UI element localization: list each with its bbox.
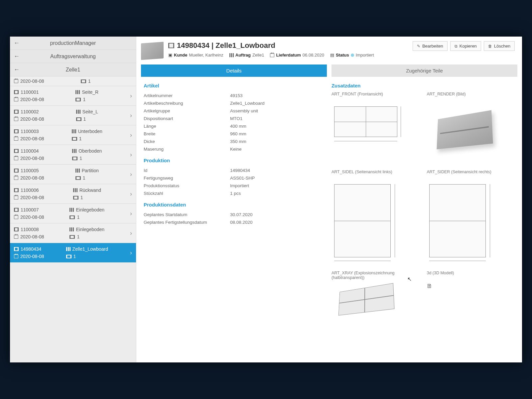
sidel-drawing <box>332 182 405 265</box>
item-date: 2020-08-08 <box>20 175 44 181</box>
view-front[interactable]: ART_FRONT (Frontansicht) <box>332 92 420 164</box>
item-name: Einlegeboden <box>76 207 104 212</box>
part-icon <box>75 90 80 94</box>
item-qty: 1 <box>77 234 79 239</box>
chevron-right-icon: › <box>130 112 132 119</box>
item-date: 2020-08-08 <box>20 254 44 259</box>
property-value: 08.08.2020 <box>230 220 318 225</box>
list-item[interactable]: 2020-08-08 1 <box>10 76 136 86</box>
item-date: 2020-08-08 <box>20 156 44 161</box>
meta-customer: ▣ Kunde Mueller, Karlheinz <box>168 53 223 58</box>
item-date: 2020-08-08 <box>20 97 44 102</box>
item-qty: 1 <box>88 78 91 84</box>
part-list[interactable]: 2020-08-08 1 1100001 2020-08-08 Seite_R … <box>10 76 136 362</box>
customer-icon: ▣ <box>168 53 172 58</box>
item-id: 1100005 <box>21 168 39 173</box>
copy-button[interactable]: ⧉Kopieren <box>450 41 481 51</box>
quantity-icon <box>75 98 81 101</box>
view-xray[interactable]: ART_XRAY (Explosionszeichnung (halbtrans… <box>332 271 420 319</box>
back-icon[interactable]: ← <box>10 66 23 73</box>
list-item[interactable]: 1100003 2020-08-08 Unterboden 1 › <box>10 125 136 145</box>
pencil-icon: ✎ <box>417 44 420 49</box>
list-item[interactable]: 1100001 2020-08-08 Seite_R 1 › <box>10 86 136 106</box>
item-qty: 1 <box>79 136 82 141</box>
property-value: Importiert <box>230 183 318 188</box>
content: Artikel Artikelnummer49153Artikelbeschre… <box>136 77 522 362</box>
list-item[interactable]: 14980434 2020-08-08 Zelle1_Lowboard 1 › <box>10 243 136 263</box>
calendar-icon <box>14 137 18 141</box>
list-item[interactable]: 1100005 2020-08-08 Partition 1 › <box>10 165 136 184</box>
property-value: Assembly unit <box>230 108 318 113</box>
chevron-right-icon: › <box>130 92 132 99</box>
calendar-icon <box>14 235 18 239</box>
calendar-icon <box>270 53 274 57</box>
back-icon[interactable]: ← <box>10 53 23 60</box>
property-value: ASS01-SHP <box>230 176 318 181</box>
trash-icon: 🗑 <box>488 44 492 49</box>
property-value: 49153 <box>230 93 318 98</box>
property-row: ArtikelbeschreibungZelle1_Lowboard <box>144 99 318 107</box>
tab-parts[interactable]: Zugehörige Teile <box>332 65 517 77</box>
chevron-right-icon: › <box>130 171 132 178</box>
meta-order: Auftrag Zelle1 <box>229 53 264 58</box>
list-item[interactable]: 1100008 2020-08-08 Einlegeboden 1 › <box>10 223 136 243</box>
article-icon <box>14 110 19 114</box>
property-key: Maserung <box>144 147 230 152</box>
copy-icon: ⧉ <box>455 44 458 49</box>
property-key: Artikelbeschreibung <box>144 101 230 106</box>
list-item[interactable]: 1100006 2020-08-08 Rückwand 1 › <box>10 184 136 204</box>
list-item[interactable]: 1100002 2020-08-08 Seite_L 1 › <box>10 106 136 125</box>
article-icon <box>14 227 19 231</box>
view-sider[interactable]: ART_SIDER (Seitenansicht rechts) <box>427 170 515 265</box>
property-key: Dispositionsart <box>144 116 230 121</box>
property-value: 400 mm <box>230 124 318 129</box>
quantity-icon <box>69 215 75 219</box>
item-qty: 1 <box>73 254 76 259</box>
chevron-right-icon: › <box>130 249 132 256</box>
item-id: 1100001 <box>21 89 39 95</box>
render-3d <box>427 104 500 164</box>
delete-button[interactable]: 🗑Löschen <box>484 41 515 51</box>
chevron-right-icon: › <box>130 132 132 139</box>
breadcrumb-level-1[interactable]: ← productionManager <box>10 37 136 50</box>
quantity-icon <box>72 157 77 160</box>
view-sidel[interactable]: ART_SIDEL (Seitenansicht links) <box>332 170 420 265</box>
property-row: MaserungKeine <box>144 145 318 153</box>
view-render[interactable]: ART_RENDER (Bild) <box>427 92 515 164</box>
list-item[interactable]: 1100007 2020-08-08 Einlegeboden 1 › <box>10 204 136 223</box>
edit-button[interactable]: ✎Bearbeiten <box>413 41 448 51</box>
item-id: 1100004 <box>21 148 39 154</box>
app-window: ← productionManager ← Auftragsverwaltung… <box>10 37 522 362</box>
views-grid: ART_FRONT (Frontansicht) ART_RENDER (Bil… <box>332 92 515 319</box>
property-value: 14980434 <box>230 168 318 173</box>
item-name: Seite_L <box>82 109 98 114</box>
property-value: 30.07.2020 <box>230 212 318 217</box>
quantity-icon <box>81 79 86 83</box>
section-zusatzdaten: Zusatzdaten <box>332 83 515 88</box>
breadcrumb-label: Auftragsverwaltung <box>23 54 136 60</box>
chevron-right-icon: › <box>130 151 132 158</box>
article-icon <box>14 90 19 94</box>
tab-details[interactable]: Details <box>141 65 327 77</box>
item-qty: 1 <box>83 175 85 181</box>
property-key: Stückzahl <box>144 191 230 196</box>
calendar-icon <box>14 254 18 258</box>
article-icon <box>14 149 19 153</box>
item-date: 2020-08-08 <box>20 78 44 84</box>
property-row: Geplantes Fertigstellungsdatum08.08.2020 <box>144 218 318 226</box>
order-icon <box>229 53 234 57</box>
breadcrumb-label: Zelle1 <box>23 67 136 73</box>
section-artikel: Artikel <box>144 83 318 88</box>
property-row: Länge400 mm <box>144 122 318 130</box>
list-item[interactable]: 1100004 2020-08-08 Oberboden 1 › <box>10 145 136 165</box>
breadcrumb-level-2[interactable]: ← Auftragsverwaltung <box>10 50 136 63</box>
section-produktion: Produktion <box>144 158 318 163</box>
chevron-right-icon: › <box>130 210 132 217</box>
chevron-right-icon: › <box>130 230 132 237</box>
property-key: Artikelgruppe <box>144 108 230 113</box>
breadcrumb-level-3[interactable]: ← Zelle1 <box>10 63 136 76</box>
back-icon[interactable]: ← <box>10 40 23 47</box>
item-name: Rückwand <box>79 188 101 193</box>
view-3d-model[interactable]: 3d (3D Modell) 🗎 <box>427 271 515 319</box>
item-date: 2020-08-08 <box>20 116 44 122</box>
